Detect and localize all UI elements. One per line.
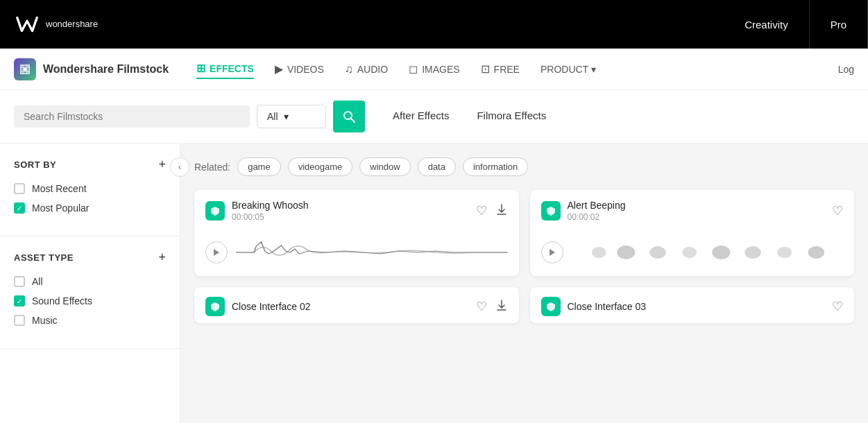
audio-icon: ♫ bbox=[345, 63, 353, 76]
free-icon: ⊡ bbox=[481, 62, 490, 76]
top-bar-tabs: Creativity Pro bbox=[724, 0, 868, 49]
svg-point-12 bbox=[744, 246, 760, 259]
tag-videogame[interactable]: videogame bbox=[288, 157, 353, 176]
main-content: Related: game videogame window data info… bbox=[180, 144, 868, 423]
nav-item-product[interactable]: PRODUCT ▾ bbox=[541, 61, 596, 78]
chevron-left-icon: ‹ bbox=[178, 162, 181, 172]
nav-item-free[interactable]: ⊡ FREE bbox=[481, 60, 520, 78]
card-close-interface-03: Close Interface 03 ♡ bbox=[530, 287, 855, 323]
music-label: Music bbox=[32, 315, 58, 326]
asset-all[interactable]: All bbox=[14, 276, 166, 287]
sort-by-section: SORT BY + Most Recent Most Popular bbox=[0, 157, 180, 236]
sidebar: ‹ SORT BY + Most Recent Most Popular ASS… bbox=[0, 144, 180, 423]
cards-grid: Breaking Whoosh 00:00:05 ♡ bbox=[194, 190, 854, 323]
card-title: Breaking Whoosh bbox=[232, 200, 309, 211]
nav-item-audio[interactable]: ♫ AUDIO bbox=[345, 60, 388, 78]
svg-marker-6 bbox=[550, 249, 555, 256]
sidebar-collapse-button[interactable]: ‹ bbox=[170, 157, 189, 177]
download-icon bbox=[495, 203, 508, 219]
search-type-dropdown[interactable]: All ▾ bbox=[257, 105, 326, 128]
asset-type-header: ASSET TYPE + bbox=[14, 250, 166, 265]
brand-logo: Wondershare Filmstock bbox=[14, 58, 169, 80]
top-bar: wondershare Creativity Pro bbox=[0, 0, 868, 49]
heart-icon: ♡ bbox=[832, 299, 843, 314]
card-actions: ♡ bbox=[832, 299, 843, 314]
nav-login[interactable]: Log bbox=[838, 64, 854, 75]
card-title: Close Interface 03 bbox=[568, 301, 647, 312]
nav-item-images[interactable]: ◻ IMAGES bbox=[409, 60, 459, 78]
card-title-area: Close Interface 02 bbox=[205, 297, 311, 316]
play-button[interactable] bbox=[541, 241, 563, 264]
tab-after-effects[interactable]: After Effects bbox=[393, 110, 449, 124]
most-recent-checkbox[interactable] bbox=[14, 183, 25, 194]
shield-icon bbox=[205, 297, 225, 316]
search-button[interactable] bbox=[333, 101, 365, 132]
card-header-close-interface-03: Close Interface 03 ♡ bbox=[530, 287, 855, 323]
card-actions: ♡ bbox=[832, 203, 843, 218]
svg-point-1 bbox=[24, 67, 27, 71]
svg-rect-0 bbox=[14, 11, 40, 37]
nav-item-videos[interactable]: ▶ VIDEOS bbox=[275, 60, 324, 78]
heart-icon: ♡ bbox=[832, 203, 843, 218]
sound-effects-label: Sound Effects bbox=[32, 295, 92, 307]
card-waveform-breaking-whoosh bbox=[194, 229, 519, 276]
tag-game[interactable]: game bbox=[237, 157, 281, 176]
like-button[interactable]: ♡ bbox=[476, 299, 487, 314]
asset-sound-effects[interactable]: Sound Effects bbox=[14, 295, 166, 307]
card-actions: ♡ bbox=[476, 299, 508, 315]
asset-type-add-button[interactable]: + bbox=[158, 250, 166, 265]
sort-most-recent[interactable]: Most Recent bbox=[14, 183, 166, 194]
asset-type-title: ASSET TYPE bbox=[14, 252, 74, 263]
sound-effects-checkbox[interactable] bbox=[14, 295, 25, 307]
download-button[interactable] bbox=[495, 299, 508, 315]
card-header-breaking-whoosh: Breaking Whoosh 00:00:05 ♡ bbox=[194, 190, 519, 229]
top-bar-tab-pro[interactable]: Pro bbox=[810, 0, 868, 49]
wondershare-logo-icon bbox=[14, 11, 40, 37]
svg-point-13 bbox=[777, 247, 792, 258]
svg-point-14 bbox=[808, 246, 824, 259]
brand-name: Wondershare Filmstock bbox=[43, 63, 169, 76]
like-button[interactable]: ♡ bbox=[476, 203, 487, 218]
shield-icon bbox=[541, 297, 561, 316]
sort-by-add-button[interactable]: + bbox=[158, 157, 166, 172]
svg-point-10 bbox=[682, 247, 697, 258]
search-input[interactable] bbox=[24, 105, 240, 128]
related-label: Related: bbox=[194, 162, 230, 173]
related-bar: Related: game videogame window data info… bbox=[194, 157, 854, 176]
svg-point-8 bbox=[617, 245, 635, 259]
tag-data[interactable]: data bbox=[418, 157, 456, 176]
svg-point-7 bbox=[591, 247, 606, 258]
tag-information[interactable]: information bbox=[463, 157, 528, 176]
sort-most-popular[interactable]: Most Popular bbox=[14, 202, 166, 214]
card-title-area: Close Interface 03 bbox=[541, 297, 647, 316]
like-button[interactable]: ♡ bbox=[832, 203, 843, 218]
svg-point-11 bbox=[712, 245, 730, 259]
search-input-wrapper bbox=[14, 105, 250, 128]
like-button[interactable]: ♡ bbox=[832, 299, 843, 314]
svg-marker-5 bbox=[214, 249, 219, 256]
music-checkbox[interactable] bbox=[14, 315, 25, 326]
svg-line-3 bbox=[351, 119, 355, 122]
nav-item-effects[interactable]: ⊞ EFFECTS bbox=[196, 59, 254, 79]
heart-icon: ♡ bbox=[476, 299, 487, 314]
filmstock-brand-icon bbox=[14, 58, 36, 80]
most-popular-checkbox[interactable] bbox=[14, 202, 25, 214]
download-button[interactable] bbox=[495, 203, 508, 219]
tag-window[interactable]: window bbox=[359, 157, 410, 176]
card-duration: 00:00:05 bbox=[232, 212, 309, 222]
card-breaking-whoosh: Breaking Whoosh 00:00:05 ♡ bbox=[194, 190, 519, 276]
heart-icon: ♡ bbox=[476, 203, 487, 218]
card-title-area: Breaking Whoosh 00:00:05 bbox=[205, 200, 309, 222]
all-checkbox[interactable] bbox=[14, 276, 25, 287]
sort-by-header: SORT BY + bbox=[14, 157, 166, 172]
sort-by-title: SORT BY bbox=[14, 159, 56, 170]
card-title-area: Alert Beeping 00:00:02 bbox=[541, 200, 626, 222]
asset-music[interactable]: Music bbox=[14, 315, 166, 326]
search-icon bbox=[342, 110, 356, 123]
play-button[interactable] bbox=[205, 241, 228, 264]
logo-text: wondershare bbox=[46, 19, 98, 31]
top-bar-tab-creativity[interactable]: Creativity bbox=[724, 0, 810, 49]
tab-filmora-effects[interactable]: Filmora Effects bbox=[477, 110, 546, 124]
waveform-display bbox=[236, 239, 508, 266]
card-header-close-interface-02: Close Interface 02 ♡ bbox=[194, 287, 519, 323]
